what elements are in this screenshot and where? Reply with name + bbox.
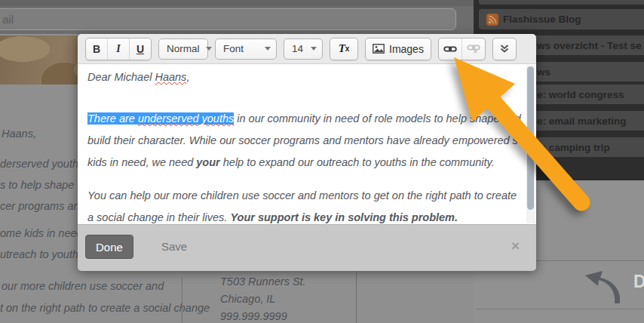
close-icon[interactable]: ×: [511, 238, 520, 254]
expand-toolbar-button[interactable]: [493, 38, 516, 60]
backdrop-address-block: T503 Runners St. Chicago, IL 999.999.999…: [220, 273, 306, 323]
editor-text: Your support is key in solving this prob…: [230, 211, 458, 223]
sidebar-item-label: e: world congress: [537, 89, 624, 100]
editor-scrollbar[interactable]: [526, 65, 535, 223]
subject-input[interactable]: [0, 8, 456, 30]
editor-text: Dear Michael: [87, 71, 155, 83]
editor-text: kids in need, we need: [87, 156, 196, 168]
curved-arrow-icon: [575, 266, 624, 305]
remove-format-x: x: [345, 45, 350, 53]
address-line: 999.999.9999: [220, 308, 306, 323]
save-button[interactable]: Save: [161, 240, 187, 253]
editor-text: a social change in their lives.: [87, 211, 230, 223]
letter-text-fragment: Haans,: [2, 128, 36, 140]
letter-text-fragment: t on the right path to create a social c…: [0, 302, 210, 314]
sidebar-item-label: e: camping trip: [537, 142, 610, 153]
sidebar-item-label: e: email marketing: [537, 115, 627, 127]
letter-text-fragment: s to help shape a: [0, 179, 83, 191]
letter-text-fragment: cer programs an: [0, 200, 80, 212]
editor-text: help to expand our outreach to youths in…: [220, 156, 495, 168]
editor-text: You can help our more children use socce…: [87, 189, 517, 201]
editor-text-line: You can help our more children use socce…: [87, 187, 532, 204]
editor-text: Haans: [155, 71, 186, 83]
paragraph-style-dropdown[interactable]: Normal: [158, 38, 208, 60]
address-line: Chicago, IL: [220, 291, 306, 308]
editor-text: in our community in need of role models …: [234, 112, 520, 125]
images-button[interactable]: Images: [366, 38, 431, 60]
text-style-group: B I U: [85, 38, 152, 60]
image-icon: [373, 44, 385, 54]
letter-text-fragment: ome kids in need: [0, 227, 83, 239]
underline-button[interactable]: U: [129, 38, 151, 60]
sidebar-item-flashissue-blog[interactable]: Flashissue Blog: [479, 9, 644, 29]
editor-text: your: [196, 156, 219, 168]
scrollbar-thumb[interactable]: [527, 66, 534, 210]
selected-text: underserved youths: [138, 112, 234, 125]
remove-format-T: T: [339, 42, 345, 55]
chevron-down-icon: [206, 47, 212, 51]
link-icon: [443, 45, 457, 54]
link-group: [438, 38, 486, 60]
editor-toolbar: B I U Normal Font 14 Tx: [78, 34, 536, 64]
editor-content-area[interactable]: Dear Michael Haans,There are underserved…: [78, 64, 536, 224]
images-group: Images: [365, 38, 431, 60]
bold-button[interactable]: B: [86, 38, 107, 60]
italic-button[interactable]: I: [107, 38, 129, 60]
hint-divider: [477, 309, 644, 309]
editor-text-line: kids in need, we need your help to expan…: [87, 154, 532, 171]
editor-text-line: build their character. While our soccer …: [87, 132, 532, 149]
more-tools-group: [492, 38, 517, 60]
chevron-down-icon: [265, 47, 271, 51]
letter-text-fragment: derserved youths: [0, 158, 84, 170]
editor-text: build their character. While our soccer …: [87, 134, 532, 146]
unlink-icon: [467, 44, 480, 54]
paragraph-style-value: Normal: [167, 43, 200, 54]
sidebar-item-label: Flashissue Blog: [503, 14, 581, 25]
editor-text: ,: [186, 71, 189, 83]
font-size-value: 14: [292, 43, 303, 54]
backdrop-top-strip: [0, 0, 474, 6]
double-chevron-down-icon: [499, 44, 510, 54]
rss-icon: [486, 14, 498, 26]
footer-column-divider: [182, 277, 182, 323]
remove-format-button[interactable]: Tx: [330, 38, 357, 60]
drag-hint-text-fragment: D: [633, 272, 644, 292]
sidebar-item-partial[interactable]: [479, 0, 644, 5]
address-line: T503 Runners St.: [220, 273, 306, 291]
editor-text-line: a social change in their lives. Your sup…: [87, 209, 532, 224]
rich-text-editor-modal: B I U Normal Font 14 Tx: [78, 34, 536, 270]
remove-link-button[interactable]: [462, 38, 485, 60]
insert-link-button[interactable]: [439, 38, 462, 60]
letter-text-fragment: utreach to youths: [0, 248, 84, 260]
sidebar-item-label: ws: [537, 66, 550, 78]
font-size-dropdown[interactable]: 14: [284, 38, 323, 60]
images-label: Images: [389, 43, 424, 55]
clear-format-group: Tx: [330, 38, 358, 60]
done-button[interactable]: Done: [85, 235, 133, 259]
font-dropdown[interactable]: Font: [215, 38, 277, 60]
editor-text-line: Dear Michael Haans,: [87, 69, 532, 85]
subject-value-fragment: ail: [2, 13, 14, 26]
flashissue-editor-screen: ail Haans,derserved youthss to help shap…: [0, 0, 644, 323]
sidebar-item-label: ws overzicht - Test se: [537, 40, 642, 51]
modal-footer-bar: Done Save ×: [78, 224, 536, 271]
editor-text-line: There are underserved youths in our comm…: [87, 110, 532, 127]
chevron-down-icon: [311, 47, 317, 51]
font-value: Font: [223, 43, 244, 54]
letter-text-fragment: our more children use soccer and: [2, 280, 164, 292]
selected-text: There are: [87, 112, 138, 125]
footer-column-divider: [356, 272, 357, 323]
